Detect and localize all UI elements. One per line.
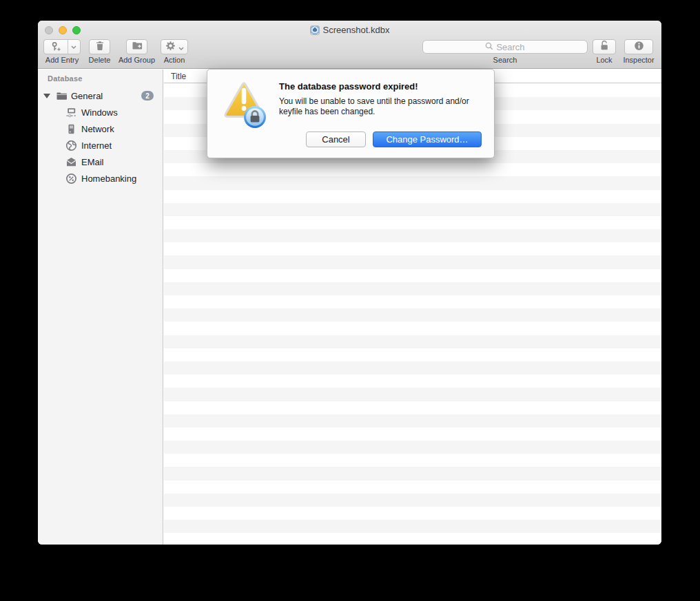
table-row[interactable] (164, 388, 661, 401)
gear-icon (165, 41, 176, 54)
inspector-label: Inspector (615, 56, 661, 64)
sidebar: Database General 2 WindowsNetworkInterne… (38, 70, 163, 545)
table-row[interactable] (164, 441, 661, 454)
table-row[interactable] (164, 375, 661, 388)
search-placeholder: Search (496, 42, 524, 52)
table-row[interactable] (164, 335, 661, 348)
table-row[interactable] (164, 533, 661, 545)
inspector-button[interactable] (624, 39, 653, 54)
table-row[interactable] (164, 190, 661, 203)
disclosure-triangle-icon[interactable] (43, 94, 50, 98)
table-row[interactable] (164, 242, 661, 255)
sidebar-item-label: General (71, 91, 103, 101)
column-header-label: Title (171, 72, 186, 81)
folder-icon (56, 90, 68, 102)
table-row[interactable] (164, 282, 661, 295)
table-row[interactable] (164, 414, 661, 428)
chevron-down-icon (178, 41, 184, 53)
trash-icon (95, 41, 105, 54)
table-row[interactable] (164, 520, 661, 533)
table-row[interactable] (164, 361, 661, 375)
table-row[interactable] (164, 163, 661, 176)
info-icon (634, 41, 644, 54)
key-plus-icon (44, 41, 68, 52)
dialog-title: The database password expired! (279, 81, 418, 92)
table-row[interactable] (164, 176, 661, 189)
sidebar-item-general[interactable]: General 2 (38, 87, 163, 104)
table-row[interactable] (164, 428, 661, 441)
sidebar-item-windows[interactable]: Windows (38, 104, 163, 120)
email-icon (65, 156, 77, 168)
table-row[interactable] (164, 269, 661, 282)
action-button[interactable] (161, 39, 188, 54)
delete-button[interactable] (89, 39, 110, 54)
table-row[interactable] (164, 401, 661, 414)
sidebar-item-internet[interactable]: Internet (38, 137, 163, 154)
homebanking-icon (65, 173, 77, 184)
table-row[interactable] (164, 321, 661, 335)
open-padlock-icon (599, 40, 610, 54)
sidebar-item-label: Windows (81, 107, 118, 118)
sidebar-item-label: Internet (81, 140, 112, 151)
lock-button[interactable] (593, 39, 616, 54)
warning-triangle-lock-icon (221, 80, 269, 132)
sidebar-item-homebanking[interactable]: Homebanking (38, 170, 163, 187)
table-row[interactable] (164, 494, 661, 507)
sidebar-item-network[interactable]: Network (38, 120, 163, 137)
table-row[interactable] (164, 203, 661, 216)
password-expired-dialog: The database password expired! You will … (207, 69, 495, 158)
windows-icon (65, 107, 77, 118)
table-row[interactable] (164, 216, 661, 229)
internet-icon (65, 140, 77, 151)
search-input[interactable]: Search (422, 40, 588, 54)
table-row[interactable] (164, 295, 661, 308)
app-window: Screenshot.kdbx Add Entry (38, 21, 661, 545)
sidebar-item-email[interactable]: EMail (38, 154, 163, 170)
change-password-button[interactable]: Change Password… (373, 131, 482, 147)
table-row[interactable] (164, 481, 661, 494)
dialog-message: You will be unable to save until the pas… (279, 96, 490, 117)
table-row[interactable] (164, 507, 661, 520)
table-row[interactable] (164, 308, 661, 321)
sidebar-item-label: EMail (81, 157, 104, 167)
window-titlebar: Screenshot.kdbx (38, 25, 661, 35)
network-icon (65, 123, 77, 135)
folder-plus-icon (132, 41, 143, 53)
add-entry-dropdown[interactable] (68, 45, 80, 49)
window-title: Screenshot.kdbx (323, 25, 390, 35)
table-row[interactable] (164, 348, 661, 361)
entry-count-badge: 2 (141, 91, 154, 101)
search-icon (485, 41, 493, 53)
toolbar: Screenshot.kdbx Add Entry (38, 21, 661, 69)
add-group-button[interactable] (126, 39, 147, 54)
action-label: Action (150, 56, 198, 64)
sidebar-section-header: Database (48, 74, 83, 83)
table-row[interactable] (164, 255, 661, 268)
table-row[interactable] (164, 454, 661, 467)
table-row[interactable] (164, 229, 661, 242)
add-entry-button[interactable] (43, 39, 81, 54)
sidebar-item-label: Homebanking (81, 173, 136, 184)
search-label: Search (481, 56, 529, 64)
document-proxy-icon (310, 25, 320, 35)
sidebar-item-label: Network (81, 124, 114, 134)
table-row[interactable] (164, 467, 661, 480)
cancel-button[interactable]: Cancel (306, 131, 366, 147)
